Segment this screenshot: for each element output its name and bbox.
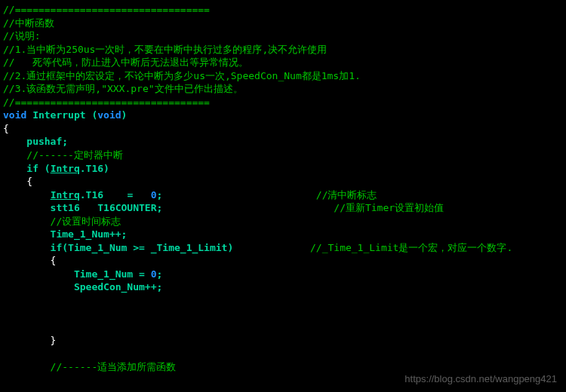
brace-inner-open: { [3,254,566,268]
stmt-time1-inc: Time_1_Num++; [3,228,566,241]
blank [3,308,566,321]
stmt-speedcon-inc: SpeedCon_Num++; [3,280,566,294]
stt16-call: stt16 T16COUNTER; [3,202,162,213]
blank [3,387,566,392]
literal-zero2: 0 [151,268,157,280]
comment-separator2: //================================= [3,96,566,109]
comment-setflag: //设置时间标志 [3,215,566,228]
comment-reset: //重新Timer设置初始值 [162,202,444,213]
stmt-time1-reset: Time_1_Num = 0; [3,268,566,281]
blank [3,320,566,334]
brace-open: { [3,122,566,136]
assign-part: .T16 = [80,189,151,201]
intrq-ref: Intrq [51,163,80,174]
if-kw: if ( [3,163,51,174]
if-tail: .T16) [80,163,109,174]
comment-clear: //清中断标志 [162,189,377,201]
if-stmt: if (Intrq.T16) [3,162,566,176]
keyword-void2: void [97,109,121,121]
comment-title: //中断函数 [3,17,566,30]
comment-desc2: //2.通过框架中的宏设定，不论中断为多少us一次,SpeedCon_Num都是… [3,69,566,83]
comment-timer: //------定时器中断 [3,149,566,162]
comment-note: //说明: [3,29,566,43]
t1-assign: Time_1_Num = [3,268,151,280]
indent [3,189,51,201]
comment-separator: //================================= [3,3,566,17]
brace-inner-close: } [3,334,566,348]
semicolon2: ; [157,268,163,280]
comment-desc3: //3.该函数无需声明,"XXX.pre"文件中已作出描述。 [3,82,566,96]
comment-macro: //_Time_1_Limit是一个宏，对应一个数字. [233,242,512,253]
intrq-var: Intrq [51,189,80,201]
blank [3,294,566,308]
comment-addfn: //------适当添加所需函数 [3,360,566,374]
blank [3,347,566,360]
if-compare: if(Time_1_Num >= _Time_1_Limit) //_Time_… [3,241,566,255]
func-name: Interrupt ( [26,109,97,121]
comment-desc1b: // 死等代码，防止进入中断后无法退出等异常情况。 [3,56,566,69]
stmt-clear-intrq: Intrq.T16 = 0; //清中断标志 [3,188,566,202]
function-signature: void Interrupt (void) [3,109,566,122]
stmt-stt16: stt16 T16COUNTER; //重新Timer设置初始值 [3,201,566,215]
brace-if-open: { [3,175,566,188]
comment-desc1: //1.当中断为250us一次时，不要在中断中执行过多的程序,决不允许使用 [3,43,566,57]
stmt-pushaf: pushaf; [3,135,566,149]
literal-zero: 0 [151,189,157,201]
if-cmp-text: if(Time_1_Num >= _Time_1_Limit) [3,242,233,253]
paren-close: ) [122,109,128,121]
keyword-void: void [3,109,26,121]
watermark-text: https://blog.csdn.net/wangpeng421 [405,372,557,386]
